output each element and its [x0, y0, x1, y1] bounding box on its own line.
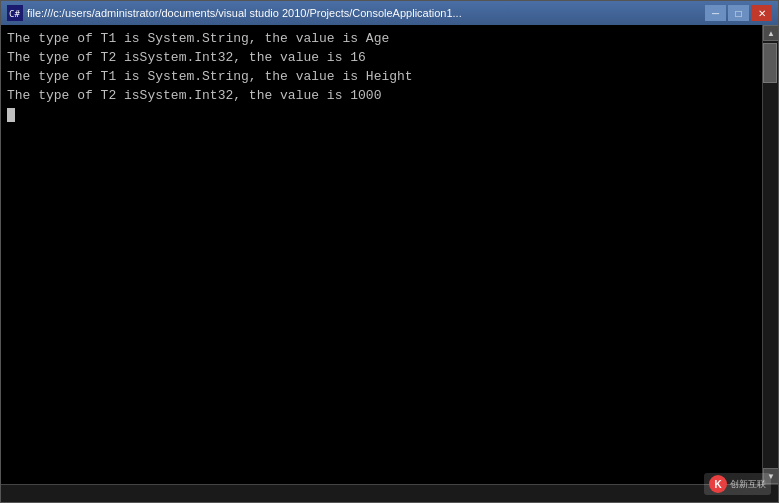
console-cursor — [7, 108, 15, 122]
window-frame: C# file:///c:/users/administrator/docume… — [0, 0, 779, 503]
app-icon: C# — [7, 5, 23, 21]
watermark-text: 创新互联 — [730, 478, 766, 491]
watermark-icon: K — [709, 475, 727, 493]
console-line: The type of T2 isSystem.Int32, the value… — [7, 48, 756, 67]
console-area: The type of T1 is System.String, the val… — [1, 25, 778, 484]
console-line: The type of T1 is System.String, the val… — [7, 67, 756, 86]
window-controls: ─ □ ✕ — [705, 5, 772, 21]
watermark: K 创新互联 — [704, 473, 771, 495]
maximize-button[interactable]: □ — [728, 5, 749, 21]
console-line: The type of T1 is System.String, the val… — [7, 29, 756, 48]
scroll-thumb[interactable] — [763, 43, 777, 83]
scrollbar[interactable]: ▲ ▼ — [762, 25, 778, 484]
svg-text:C#: C# — [9, 9, 20, 19]
bottom-bar — [1, 484, 778, 502]
scroll-up-button[interactable]: ▲ — [763, 25, 778, 41]
window-title: file:///c:/users/administrator/documents… — [27, 7, 705, 19]
console-line: The type of T2 isSystem.Int32, the value… — [7, 86, 756, 105]
title-bar: C# file:///c:/users/administrator/docume… — [1, 1, 778, 25]
console-cursor-line — [7, 105, 756, 124]
console-output[interactable]: The type of T1 is System.String, the val… — [1, 25, 762, 484]
minimize-button[interactable]: ─ — [705, 5, 726, 21]
close-button[interactable]: ✕ — [751, 5, 772, 21]
scroll-track[interactable] — [763, 41, 778, 468]
